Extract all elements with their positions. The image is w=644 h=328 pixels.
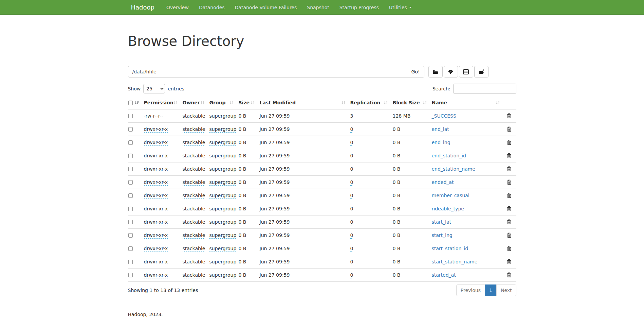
group-value[interactable]: supergroup [209, 153, 237, 159]
owner-value[interactable]: stackable [183, 113, 205, 119]
go-button[interactable]: Go! [407, 66, 424, 77]
nav-item-datanode-volume-failures[interactable]: Datanode Volume Failures [230, 4, 302, 11]
owner-value[interactable]: stackable [183, 246, 205, 252]
delete-button[interactable] [507, 246, 512, 251]
file-name-link[interactable]: end_lat [432, 126, 449, 132]
delete-button[interactable] [507, 113, 512, 119]
owner-value[interactable]: stackable [183, 126, 205, 133]
delete-button[interactable] [507, 232, 512, 238]
group-value[interactable]: supergroup [209, 140, 237, 146]
delete-button[interactable] [507, 126, 512, 132]
replication-value[interactable]: 0 [350, 206, 353, 212]
owner-value[interactable]: stackable [183, 259, 205, 265]
file-name-link[interactable]: start_station_id [432, 246, 468, 251]
group-value[interactable]: supergroup [209, 126, 237, 133]
replication-value[interactable]: 0 [350, 126, 353, 133]
file-name-link[interactable]: end_station_id [432, 153, 466, 158]
column-header-group[interactable]: Group [207, 97, 236, 109]
group-value[interactable]: supergroup [209, 219, 237, 225]
owner-value[interactable]: stackable [183, 140, 205, 146]
row-checkbox[interactable] [128, 127, 133, 132]
owner-value[interactable]: stackable [183, 166, 205, 172]
owner-value[interactable]: stackable [183, 179, 205, 186]
row-checkbox[interactable] [128, 140, 133, 145]
create-directory-button[interactable] [474, 66, 489, 77]
permission-value[interactable]: drwxr-xr-x [144, 126, 168, 133]
replication-value[interactable]: 0 [350, 246, 353, 252]
permission-value[interactable]: drwxr-xr-x [144, 153, 168, 159]
group-value[interactable]: supergroup [209, 193, 237, 199]
column-header-select[interactable] [128, 97, 141, 109]
permission-value[interactable]: drwxr-xr-x [144, 272, 168, 278]
replication-value[interactable]: 0 [350, 166, 353, 172]
search-input[interactable] [453, 84, 516, 94]
column-header-block-size[interactable]: Block Size [390, 97, 429, 109]
permission-value[interactable]: drwxr-xr-x [144, 140, 168, 146]
replication-value[interactable]: 0 [350, 193, 353, 199]
file-name-link[interactable]: end_lng [432, 140, 450, 145]
set-quota-button[interactable] [459, 66, 473, 77]
replication-value[interactable]: 0 [350, 272, 353, 278]
column-header-name[interactable]: Name [429, 97, 502, 109]
permission-value[interactable]: -rw-r--r-- [144, 113, 163, 119]
pagination-page-1[interactable]: 1 [485, 284, 497, 296]
nav-item-startup-progress[interactable]: Startup Progress [334, 4, 384, 11]
row-checkbox[interactable] [128, 114, 133, 118]
permission-value[interactable]: drwxr-xr-x [144, 259, 168, 265]
delete-button[interactable] [507, 219, 512, 225]
open-folder-button[interactable] [428, 66, 443, 77]
row-checkbox[interactable] [128, 273, 133, 277]
delete-button[interactable] [507, 206, 512, 211]
replication-value[interactable]: 0 [350, 219, 353, 225]
file-name-link[interactable]: _SUCCESS [432, 113, 456, 119]
row-checkbox[interactable] [128, 246, 133, 251]
delete-button[interactable] [507, 166, 512, 172]
row-checkbox[interactable] [128, 233, 133, 238]
group-value[interactable]: supergroup [209, 232, 237, 239]
nav-item-utilities[interactable]: Utilities [384, 4, 417, 11]
permission-value[interactable]: drwxr-xr-x [144, 206, 168, 212]
permission-value[interactable]: drwxr-xr-x [144, 193, 168, 199]
group-value[interactable]: supergroup [209, 272, 237, 278]
permission-value[interactable]: drwxr-xr-x [144, 246, 168, 252]
owner-value[interactable]: stackable [183, 219, 205, 225]
owner-value[interactable]: stackable [183, 193, 205, 199]
group-value[interactable]: supergroup [209, 113, 237, 119]
column-header-permission[interactable]: Permission [141, 97, 180, 109]
directory-path-input[interactable] [128, 66, 407, 77]
upload-file-button[interactable] [444, 66, 458, 77]
file-name-link[interactable]: start_lat [432, 219, 452, 225]
column-header-size[interactable]: Size [236, 97, 257, 109]
nav-item-overview[interactable]: Overview [161, 4, 194, 11]
file-name-link[interactable]: rideable_type [432, 206, 464, 211]
page-size-select[interactable]: 25 [143, 84, 165, 93]
delete-button[interactable] [507, 140, 512, 145]
replication-value[interactable]: 0 [350, 232, 353, 239]
permission-value[interactable]: drwxr-xr-x [144, 166, 168, 172]
row-checkbox[interactable] [128, 193, 133, 198]
delete-button[interactable] [507, 259, 512, 264]
row-checkbox[interactable] [128, 260, 133, 264]
replication-value[interactable]: 0 [350, 140, 353, 146]
group-value[interactable]: supergroup [209, 259, 237, 265]
select-all-checkbox[interactable] [128, 101, 133, 105]
file-name-link[interactable]: ended_at [432, 179, 454, 185]
replication-value[interactable]: 0 [350, 259, 353, 265]
row-checkbox[interactable] [128, 220, 133, 224]
delete-button[interactable] [507, 272, 512, 278]
column-header-owner[interactable]: Owner [180, 97, 207, 109]
row-checkbox[interactable] [128, 154, 133, 158]
nav-item-snapshot[interactable]: Snapshot [302, 4, 334, 11]
owner-value[interactable]: stackable [183, 232, 205, 239]
replication-value[interactable]: 0 [350, 179, 353, 186]
file-name-link[interactable]: start_station_name [432, 259, 478, 264]
row-checkbox[interactable] [128, 207, 133, 211]
replication-value[interactable]: 0 [350, 153, 353, 159]
delete-button[interactable] [507, 179, 512, 185]
delete-button[interactable] [507, 153, 512, 158]
owner-value[interactable]: stackable [183, 206, 205, 212]
row-checkbox[interactable] [128, 167, 133, 171]
file-name-link[interactable]: member_casual [432, 193, 470, 198]
permission-value[interactable]: drwxr-xr-x [144, 179, 168, 186]
column-header-last-modified[interactable]: Last Modified [257, 97, 348, 109]
